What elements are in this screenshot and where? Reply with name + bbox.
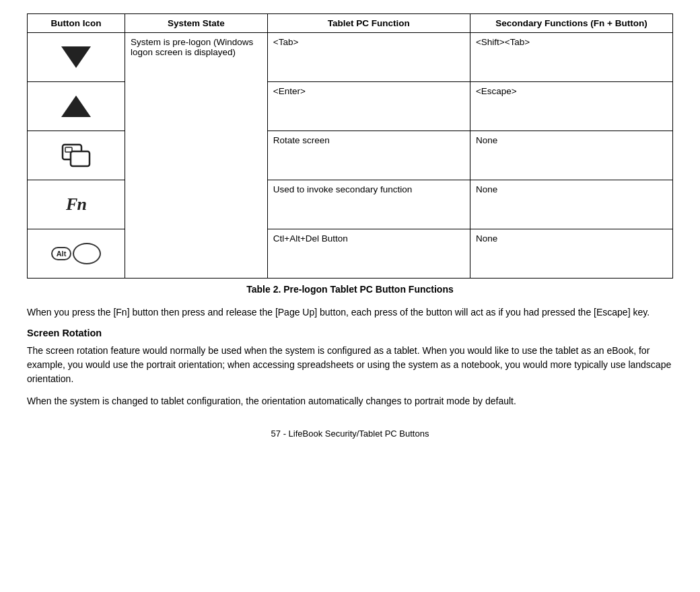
secondary-escape: <Escape> — [470, 82, 672, 131]
svg-rect-1 — [71, 151, 90, 166]
function-tab: <Tab> — [267, 33, 470, 82]
table-row: System is pre-logon (Windows logon scree… — [28, 33, 673, 82]
arrow-down-icon — [61, 46, 91, 68]
button-functions-table: Button Icon System State Tablet PC Funct… — [27, 13, 673, 279]
arrow-up-icon — [61, 96, 91, 117]
icon-cell-alt: Alt — [28, 229, 125, 279]
function-enter: <Enter> — [267, 82, 470, 131]
secondary-none-rotate: None — [470, 131, 672, 180]
alt-text-icon: Alt — [51, 247, 72, 260]
header-tablet-function: Tablet PC Function — [267, 14, 470, 33]
table-caption: Table 2. Pre-logon Tablet PC Button Func… — [27, 284, 673, 295]
icon-cell-rotate — [28, 131, 125, 180]
alt-ctl-icon: Alt — [51, 243, 102, 264]
section-heading-screen-rotation: Screen Rotation — [27, 328, 673, 338]
header-secondary-functions: Secondary Functions (Fn + Button) — [470, 14, 672, 33]
table-row: <Enter> <Escape> — [28, 82, 673, 131]
fn-icon: Fn — [66, 194, 86, 215]
secondary-none-fn: None — [470, 180, 672, 229]
header-system-state: System State — [125, 14, 267, 33]
icon-cell-down — [28, 33, 125, 82]
header-button-icon: Button Icon — [28, 14, 125, 33]
page-footer: 57 - LifeBook Security/Tablet PC Buttons — [27, 429, 673, 439]
function-rotate: Rotate screen — [267, 131, 470, 180]
table-row: Alt Ctl+Alt+Del Button None — [28, 229, 673, 279]
body-paragraph-3: When the system is changed to tablet con… — [27, 394, 673, 408]
function-secondary: Used to invoke secondary function — [267, 180, 470, 229]
table-row: Fn Used to invoke secondary function Non… — [28, 180, 673, 229]
alt-circle-icon — [73, 243, 101, 264]
system-state-cell: System is pre-logon (Windows logon scree… — [125, 33, 267, 279]
rotate-screen-icon — [59, 138, 94, 173]
secondary-none-alt: None — [470, 229, 672, 279]
function-ctrl-alt-del: Ctl+Alt+Del Button — [267, 229, 470, 279]
icon-cell-fn: Fn — [28, 180, 125, 229]
body-paragraph-2: The screen rotation feature would normal… — [27, 344, 673, 386]
table-row: Rotate screen None — [28, 131, 673, 180]
body-paragraph-1: When you press the [Fn] button then pres… — [27, 305, 673, 320]
secondary-shift-tab: <Shift><Tab> — [470, 33, 672, 82]
icon-cell-up — [28, 82, 125, 131]
